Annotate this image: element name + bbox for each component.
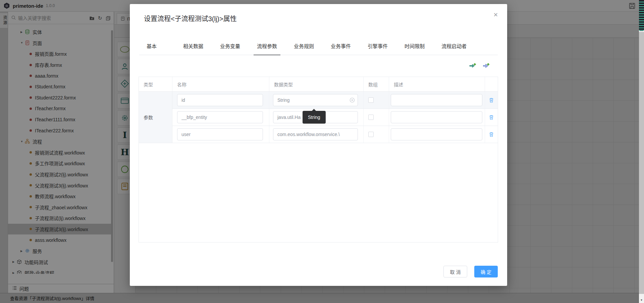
delete-row-icon[interactable]: [489, 97, 494, 103]
dialog-tab[interactable]: 业务事件: [331, 38, 351, 55]
param-description-input[interactable]: [391, 111, 482, 123]
parameters-table: 类型名称数据类型数组描述 参数: [139, 77, 498, 243]
scroll-minimap: [639, 0, 644, 31]
scroll-down-icon[interactable]: ▼: [639, 297, 644, 303]
confirm-button[interactable]: 确 定: [474, 266, 498, 277]
array-checkbox[interactable]: [368, 97, 374, 103]
scrollbar-thumb[interactable]: [639, 32, 644, 294]
param-datatype-input[interactable]: [273, 128, 358, 140]
column-header: 类型: [139, 77, 172, 91]
datatype-tooltip: String: [303, 111, 326, 124]
table-row: [172, 92, 498, 109]
dialog-tab[interactable]: 流程启动者: [441, 38, 467, 55]
clear-icon[interactable]: [350, 97, 355, 103]
array-checkbox[interactable]: [368, 132, 374, 137]
param-description-input[interactable]: [391, 128, 482, 140]
delete-row-icon[interactable]: [489, 115, 494, 120]
dialog-tabbar: 基本相关数据业务变量流程参数业务规则业务事件引擎事件时间限制流程启动者: [139, 38, 498, 55]
column-header: 名称: [172, 77, 269, 91]
dialog: ✕ 设置流程<子流程测试3(lj)>属性 基本相关数据业务变量流程参数业务规则业…: [130, 4, 507, 286]
dialog-tab[interactable]: 业务规则: [294, 38, 314, 55]
close-icon[interactable]: ✕: [493, 12, 498, 18]
dialog-tab[interactable]: 引擎事件: [368, 38, 388, 55]
dialog-tab[interactable]: 时间限制: [405, 38, 425, 55]
dialog-tab[interactable]: 流程参数: [257, 38, 277, 55]
dialog-tab[interactable]: 相关数据: [183, 38, 203, 55]
param-name-input[interactable]: [177, 94, 263, 106]
array-checkbox[interactable]: [368, 115, 374, 120]
tooltip-arrow-icon: [312, 109, 316, 111]
param-datatype-input[interactable]: [273, 94, 358, 106]
tooltip-text: String: [308, 115, 320, 120]
param-name-input[interactable]: [177, 128, 263, 140]
table-row: [172, 126, 498, 143]
column-header: 数据类型: [269, 77, 364, 91]
column-header: [485, 77, 498, 91]
dialog-title: 设置流程<子流程测试3(lj)>属性: [144, 13, 237, 23]
add-input-parameter-icon[interactable]: [469, 62, 477, 70]
cancel-button[interactable]: 取 消: [443, 266, 467, 277]
page-scrollbar[interactable]: ▼: [639, 0, 644, 303]
param-name-input[interactable]: [177, 111, 263, 123]
dialog-tab[interactable]: 业务变量: [220, 38, 240, 55]
app-root: primeton-ide 1.0.0 资源 ↻ ▶实体▼页面报销页面.formx…: [0, 0, 644, 303]
add-output-parameter-icon[interactable]: [482, 62, 490, 70]
table-header: 类型名称数据类型数组描述: [139, 77, 498, 92]
param-group-cell: 参数: [139, 92, 172, 143]
param-description-input[interactable]: [391, 94, 482, 106]
column-header: 描述: [389, 77, 485, 91]
table-row: [172, 109, 498, 126]
table-toolbar: [469, 62, 490, 70]
delete-row-icon[interactable]: [489, 132, 494, 137]
dialog-tab[interactable]: 基本: [147, 38, 157, 55]
column-header: 数组: [364, 77, 389, 91]
